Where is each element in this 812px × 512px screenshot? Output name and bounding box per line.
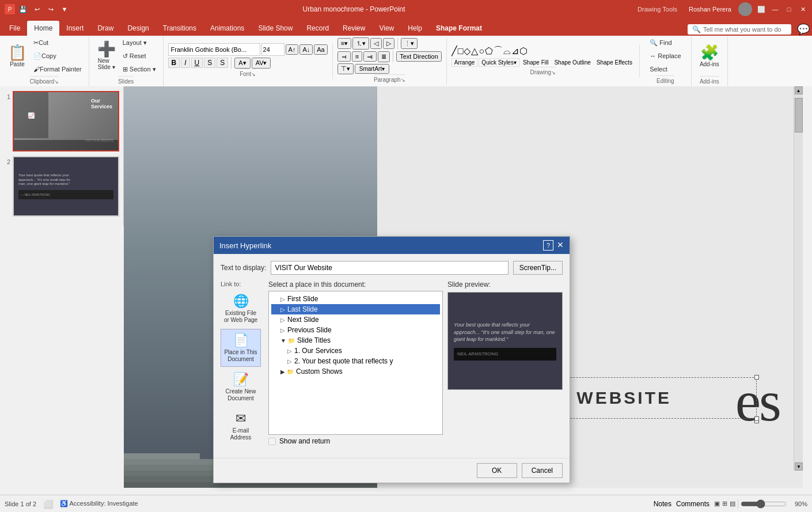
indent-decrease-btn[interactable]: ◁ xyxy=(370,38,382,49)
shape-1[interactable]: ╱ xyxy=(451,45,457,56)
tab-review[interactable]: Review xyxy=(336,21,372,36)
share-icon[interactable]: ⬜ xyxy=(757,5,766,14)
drawing-expand[interactable]: ↘ xyxy=(551,70,556,75)
tree-slide-2[interactable]: ▷ 2. Your best quote that reflects y xyxy=(271,356,440,366)
copy-button[interactable]: 📄 Copy xyxy=(31,50,84,62)
dialog-close-btn[interactable]: ✕ xyxy=(557,240,564,251)
align-left-btn[interactable]: ⫤ xyxy=(337,51,351,62)
qat-more-btn[interactable]: ▼ xyxy=(59,3,70,15)
scroll-down-btn[interactable]: ▼ xyxy=(795,462,803,471)
bold-btn[interactable]: B xyxy=(168,58,180,68)
para-expand[interactable]: ↘ xyxy=(401,77,405,83)
nav-existing-file[interactable]: 🌐 Existing Fileor Web Page xyxy=(221,290,261,328)
tab-shape-format[interactable]: Shape Format xyxy=(429,21,489,36)
numbering-btn[interactable]: ⒈▾ xyxy=(352,37,369,50)
tab-slideshow[interactable]: Slide Show xyxy=(251,21,299,36)
tree-custom-shows[interactable]: ▶ 📁 Custom Shows xyxy=(271,366,440,377)
comments-icon[interactable]: 💬 xyxy=(797,23,810,36)
quick-styles-btn[interactable]: Quick Styles▾ xyxy=(479,58,519,67)
dialog-help-btn[interactable]: ? xyxy=(543,240,553,251)
tell-me-search[interactable]: 🔍 Tell me what you want to do xyxy=(688,24,791,35)
tab-help[interactable]: Help xyxy=(401,21,429,36)
text-direction-btn[interactable]: Text Direction xyxy=(396,51,442,62)
scroll-up-btn[interactable]: ▲ xyxy=(795,86,803,94)
italic-btn[interactable]: I xyxy=(181,58,189,68)
save-btn[interactable]: 💾 xyxy=(17,3,29,15)
col-btn[interactable]: ⋮▾ xyxy=(401,38,418,49)
shape-7[interactable]: ⌒ xyxy=(494,45,503,57)
screentip-btn[interactable]: ScreenTip... xyxy=(513,261,563,275)
handle-tr[interactable] xyxy=(754,375,759,380)
tab-animations[interactable]: Animations xyxy=(203,21,251,36)
align-center-btn[interactable]: ≡ xyxy=(352,51,362,62)
tree-previous-slide[interactable]: ▷ Previous Slide xyxy=(271,325,440,335)
shape-10[interactable]: ⬡ xyxy=(519,45,528,56)
tab-draw[interactable]: Draw xyxy=(90,21,120,36)
shape-effects-btn[interactable]: Shape Effects xyxy=(594,59,635,66)
tab-design[interactable]: Design xyxy=(120,21,155,36)
arrange-btn[interactable]: Arrange xyxy=(451,58,478,67)
reset-button[interactable]: ↺ Reset xyxy=(120,50,158,62)
shape-6[interactable]: ⬠ xyxy=(485,45,493,56)
comments-btn[interactable]: Comments xyxy=(676,500,709,508)
font-increase-btn[interactable]: A↑ xyxy=(286,44,299,55)
tree-first-slide[interactable]: ▷ First Slide xyxy=(271,294,440,304)
strikethrough-btn[interactable]: S xyxy=(204,58,215,68)
accessibility-status[interactable]: ♿ Accessibility: Investigate xyxy=(60,500,138,507)
tree-slide-1[interactable]: ▷ 1. Our Services xyxy=(271,346,440,356)
char-spacing-btn[interactable]: AV▾ xyxy=(252,58,271,69)
close-btn[interactable]: ✕ xyxy=(798,5,807,14)
maximize-btn[interactable]: □ xyxy=(784,5,794,14)
new-slide-button[interactable]: ➕ NewSlide ▾ xyxy=(94,36,119,76)
shadow-btn[interactable]: S xyxy=(217,58,228,68)
tree-last-slide[interactable]: ▷ Last Slide xyxy=(271,304,440,314)
text-display-input[interactable] xyxy=(271,261,508,275)
tree-next-slide[interactable]: ▷ Next Slide xyxy=(271,314,440,325)
replace-button[interactable]: ↔ Replace xyxy=(647,50,683,62)
indent-increase-btn[interactable]: ▷ xyxy=(383,38,394,49)
justify-btn[interactable]: ≣ xyxy=(378,51,390,62)
shape-fill-btn[interactable]: Shape Fill xyxy=(521,59,551,66)
slide-thumb-2[interactable]: 2 Your best quote that reflects yourappr… xyxy=(2,156,121,217)
slide-preview-1[interactable]: 📈 OurServices VISIT OUR WEBSITE xyxy=(13,91,119,151)
add-ins-button[interactable]: 🧩 Add-ins xyxy=(696,36,723,76)
font-color-btn[interactable]: A▾ xyxy=(234,58,250,69)
view-normal-btn[interactable]: ▣ xyxy=(714,500,720,507)
slide-preview-2[interactable]: Your best quote that reflects yourapproa… xyxy=(13,156,119,217)
view-reading-btn[interactable]: ▤ xyxy=(730,500,735,507)
clear-format-btn[interactable]: Aa xyxy=(314,44,327,55)
undo-btn[interactable]: ↩ xyxy=(31,3,43,15)
shape-9[interactable]: ⊿ xyxy=(511,45,519,56)
underline-btn[interactable]: U xyxy=(191,58,203,68)
paste-button[interactable]: 📋 Paste xyxy=(5,36,30,76)
font-decrease-btn[interactable]: A↓ xyxy=(299,44,313,55)
select-button[interactable]: Select xyxy=(647,63,683,75)
minimize-btn[interactable]: — xyxy=(771,5,780,14)
shape-outline-btn[interactable]: Shape Outline xyxy=(552,59,593,66)
tab-transitions[interactable]: Transitions xyxy=(156,21,203,36)
tab-file[interactable]: File xyxy=(2,21,27,36)
bullets-btn[interactable]: ≡▾ xyxy=(337,38,351,49)
tab-record[interactable]: Record xyxy=(299,21,336,36)
ok-button[interactable]: OK xyxy=(477,463,517,478)
convert-smartart-btn[interactable]: SmartArt▾ xyxy=(355,64,389,74)
zoom-slider[interactable] xyxy=(741,499,787,509)
shape-3[interactable]: ◇ xyxy=(464,45,470,56)
slide-thumb-1[interactable]: 1 📈 OurServices VISIT OUR WEBSITE xyxy=(2,91,121,151)
clipboard-expand[interactable]: ↘ xyxy=(54,79,59,85)
cut-button[interactable]: ✂ Cut xyxy=(31,36,84,49)
find-button[interactable]: 🔍 Find xyxy=(647,36,683,49)
show-return-checkbox[interactable] xyxy=(268,438,276,445)
cancel-button[interactable]: Cancel xyxy=(522,463,563,478)
tab-home[interactable]: Home xyxy=(27,21,59,36)
nav-place-document[interactable]: 📄 Place in ThisDocument xyxy=(221,329,261,367)
slide-tree[interactable]: ▷ First Slide ▷ Last Slide ▷ Next Slide xyxy=(268,291,443,435)
font-size-input[interactable] xyxy=(261,43,284,56)
nav-create-new[interactable]: 📝 Create NewDocument xyxy=(221,368,261,406)
shape-5[interactable]: ○ xyxy=(479,46,484,56)
tab-insert[interactable]: Insert xyxy=(59,21,90,36)
align-right-btn[interactable]: ⫥ xyxy=(363,51,377,62)
nav-email[interactable]: ✉ E-mailAddress xyxy=(221,407,261,445)
section-button[interactable]: ⊞ Section ▾ xyxy=(120,63,158,75)
font-name-input[interactable] xyxy=(168,43,260,56)
